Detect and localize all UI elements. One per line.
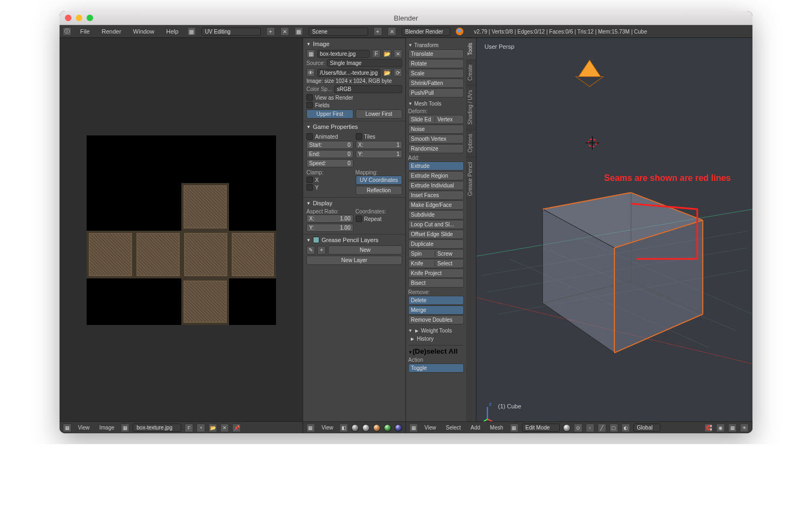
paint-mode-icon[interactable]: ◧ <box>339 424 348 432</box>
display-channel-icon[interactable] <box>395 424 402 432</box>
image-name-field[interactable]: box-texture.jpg <box>317 50 370 58</box>
display-channel-icon[interactable] <box>373 424 381 432</box>
colorspace-select[interactable]: sRGB <box>334 85 402 93</box>
gpencil-new-button[interactable]: New <box>328 245 402 255</box>
uv-image-name-field[interactable]: box-texture.jpg <box>133 424 181 432</box>
vertex-select-mode-icon[interactable]: ▫ <box>586 424 594 432</box>
face-select-mode-icon[interactable]: ▢ <box>610 424 618 432</box>
mode-icon[interactable]: ▦ <box>510 424 519 432</box>
tool-knife-select[interactable]: KnifeSelect <box>408 259 464 268</box>
panel-mesh-tools-header[interactable]: Mesh Tools <box>408 101 464 107</box>
mapping-uvcoords-button[interactable]: UV Coordinates <box>356 175 403 185</box>
snap-icon[interactable]: 🧲 <box>704 424 713 432</box>
transform-orientation-select[interactable]: Global <box>633 424 660 432</box>
uv-fake-user-toggle[interactable]: F <box>185 424 193 432</box>
limit-selection-icon[interactable]: ◐ <box>621 424 630 432</box>
minimize-window-button[interactable] <box>76 15 82 21</box>
game-speed-field[interactable]: Speed:0 <box>306 159 353 167</box>
uv-canvas[interactable] <box>87 135 276 325</box>
tool-merge[interactable]: Merge <box>408 305 464 315</box>
viewport-shading-icon[interactable] <box>563 424 571 432</box>
filepath-reload-icon[interactable]: ⟳ <box>394 68 402 77</box>
mapping-reflection-button[interactable]: Reflection <box>356 186 403 195</box>
editor-type-info-icon[interactable]: ⓘ <box>63 27 71 36</box>
tool-bisect[interactable]: Bisect <box>408 278 464 288</box>
panel-game-header[interactable]: Game Properties <box>306 123 402 130</box>
uv-open-image-icon[interactable]: 📂 <box>208 424 217 432</box>
editor-type-3dview-icon[interactable]: ▦ <box>409 424 418 432</box>
tool-translate[interactable]: Translate <box>408 49 464 58</box>
uv-pin-icon[interactable]: 📌 <box>232 424 241 432</box>
tool-randomize[interactable]: Randomize <box>408 144 464 153</box>
zoom-window-button[interactable] <box>87 15 93 21</box>
fake-user-toggle[interactable]: F <box>372 49 381 58</box>
clamp-y-checkbox[interactable] <box>306 184 313 191</box>
close-window-button[interactable] <box>65 15 71 21</box>
panel-transform-header[interactable]: Transform <box>408 42 464 48</box>
tool-remove-doubles[interactable]: Remove Doubles <box>408 315 464 324</box>
mode-select[interactable]: Edit Mode <box>522 424 560 432</box>
tool-noise[interactable]: Noise <box>408 125 464 134</box>
image-browse-icon[interactable]: ▦ <box>306 49 315 58</box>
delete-layout-button[interactable]: ✕ <box>280 27 289 36</box>
tool-rotate[interactable]: Rotate <box>408 59 464 68</box>
render-engine-select[interactable]: Blender Render <box>402 28 450 36</box>
action-select[interactable]: Toggle <box>408 363 464 373</box>
pivot-icon[interactable]: ⊙ <box>574 424 582 432</box>
menu-help[interactable]: Help <box>163 27 182 36</box>
game-tiles-y-field[interactable]: Y:1 <box>356 150 403 158</box>
gpencil-new-layer-button[interactable]: New Layer <box>306 256 402 265</box>
upper-first-button[interactable]: Upper First <box>306 109 353 119</box>
filepath-icon[interactable]: 👁 <box>306 68 315 77</box>
tool-inset-faces[interactable]: Inset Faces <box>408 191 464 200</box>
panel-display-header[interactable]: Display <box>306 200 402 206</box>
tool-slide[interactable]: Slide EdVertex <box>408 115 464 124</box>
viewport-canvas[interactable]: z x y <box>476 38 752 421</box>
menu-window[interactable]: Window <box>130 27 158 36</box>
tool-subdivide[interactable]: Subdivide <box>408 210 464 219</box>
tool-knife-project[interactable]: Knife Project <box>408 269 464 278</box>
add-layout-button[interactable]: + <box>266 27 275 36</box>
tool-shrink-fatten[interactable]: Shrink/Fatten <box>408 79 464 88</box>
tiles-checkbox[interactable] <box>356 133 362 140</box>
proportional-edit-icon[interactable]: ◉ <box>716 424 725 432</box>
tab-create[interactable]: Create <box>466 60 476 85</box>
display-channel-icon[interactable] <box>384 424 391 432</box>
editor-type-icon[interactable]: ▦ <box>306 424 315 432</box>
tool-extrude-region[interactable]: Extrude Region <box>408 171 464 180</box>
gpencil-enable-checkbox[interactable] <box>313 237 319 243</box>
layers-icon[interactable]: ▦ <box>728 424 737 432</box>
filepath-browse-icon[interactable]: 📂 <box>383 68 391 77</box>
add-scene-button[interactable]: + <box>374 27 382 36</box>
tab-grease-pencil[interactable]: Grease Pencil <box>466 157 476 200</box>
vp-menu-mesh[interactable]: Mesh <box>487 424 506 432</box>
clamp-x-checkbox[interactable] <box>306 177 313 183</box>
render-preview-icon[interactable]: ☀ <box>740 424 749 432</box>
scene-browse-icon[interactable]: ▦ <box>294 27 303 36</box>
tool-extrude[interactable]: Extrude <box>408 161 464 171</box>
operator-panel-header[interactable]: (De)select All <box>408 347 464 355</box>
edge-select-mode-icon[interactable]: ╱ <box>598 424 606 432</box>
uv-menu-image[interactable]: Image <box>96 424 118 432</box>
tool-spin-screw[interactable]: SpinScrew <box>408 249 464 258</box>
tool-loop-cut[interactable]: Loop Cut and Sl... <box>408 220 464 229</box>
panel-history-header[interactable]: ► History <box>408 336 464 342</box>
menu-render[interactable]: Render <box>99 27 125 36</box>
tool-push-pull[interactable]: Push/Pull <box>408 88 464 97</box>
aspect-x-field[interactable]: X:1.00 <box>306 214 353 223</box>
display-channel-icon[interactable] <box>351 424 359 432</box>
display-channel-icon[interactable] <box>362 424 370 432</box>
animated-checkbox[interactable] <box>306 133 313 140</box>
open-image-icon[interactable]: 📂 <box>383 49 391 58</box>
tool-extrude-individual[interactable]: Extrude Individual <box>408 181 464 190</box>
view-as-render-checkbox[interactable] <box>306 94 313 101</box>
fields-checkbox[interactable] <box>306 102 313 108</box>
uv-image-editor[interactable] <box>60 38 303 421</box>
panel-weight-tools-header[interactable]: ► Weight Tools <box>408 328 464 334</box>
uv-menu-view-2[interactable]: View <box>318 424 337 432</box>
screen-layout-select[interactable]: UV Editing <box>201 28 261 36</box>
gpencil-add-icon[interactable]: + <box>317 246 326 255</box>
tab-tools[interactable]: Tools <box>466 38 476 60</box>
tool-delete[interactable]: Delete <box>408 296 464 305</box>
tab-shading-uvs[interactable]: Shading / UVs <box>466 85 476 129</box>
